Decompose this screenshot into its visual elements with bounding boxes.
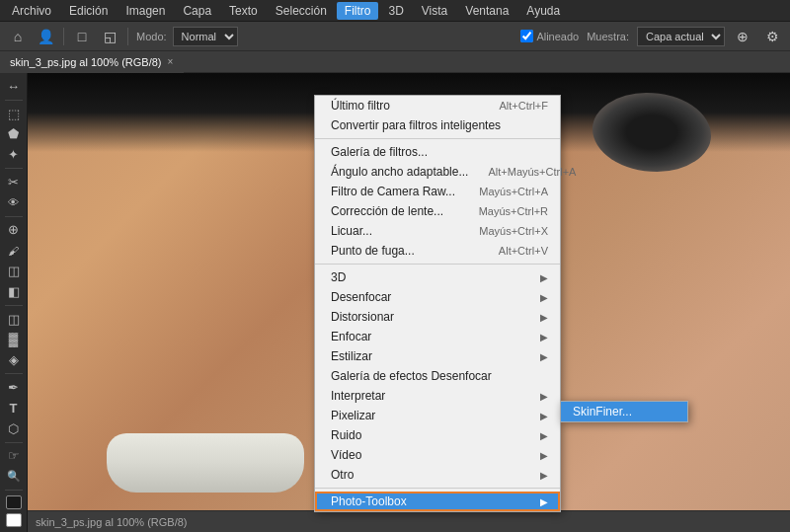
- menu-item-desenfocar[interactable]: Desenfocar ▶: [315, 287, 560, 307]
- menu-item-3d[interactable]: 3D ▶: [315, 267, 560, 287]
- aligned-checkbox[interactable]: [520, 30, 533, 42]
- tool-eraser[interactable]: ◫: [3, 310, 25, 329]
- tool-options-btn3[interactable]: □: [70, 25, 94, 48]
- menubar-item-capa[interactable]: Capa: [175, 2, 219, 20]
- menu-item-camera-raw[interactable]: Filtro de Camera Raw... Mayús+Ctrl+A: [315, 182, 560, 201]
- filter-dropdown-menu: Último filtro Alt+Ctrl+F Convertir para …: [314, 95, 561, 512]
- tool-divider-3: [5, 216, 23, 217]
- menu-label-distorsionar: Distorsionar: [331, 310, 394, 324]
- tool-divider-5: [5, 373, 23, 374]
- menubar-item-ventana[interactable]: Ventana: [457, 2, 516, 20]
- canvas-area: Último filtro Alt+Ctrl+F Convertir para …: [28, 73, 790, 532]
- menu-label-enfocar: Enfocar: [331, 330, 371, 343]
- menubar-item-imagen[interactable]: Imagen: [118, 2, 173, 20]
- tool-bg-color[interactable]: [6, 513, 22, 527]
- tool-text[interactable]: T: [3, 399, 25, 418]
- menu-label-photo-toolbox: Photo-Toolbox: [331, 494, 407, 508]
- sample-icon-btn[interactable]: ⊕: [731, 25, 754, 48]
- tool-options-btn4[interactable]: ◱: [98, 25, 121, 48]
- menu-label-ultimo-filtro: Último filtro: [331, 99, 390, 113]
- menu-label-licuar: Licuar...: [331, 224, 372, 238]
- tool-options-btn2[interactable]: 👤: [34, 25, 57, 48]
- tool-shape[interactable]: ⬡: [3, 419, 25, 438]
- menubar-item-edicion[interactable]: Edición: [61, 2, 116, 20]
- active-tab[interactable]: skin_3_ps.jpg al 100% (RGB/8) ×: [0, 51, 184, 73]
- tool-select-lasso[interactable]: ⬟: [3, 125, 25, 144]
- toolbar-divider-2: [127, 28, 128, 45]
- menubar: Archivo Edición Imagen Capa Texto Selecc…: [0, 0, 790, 22]
- menu-label-interpretar: Interpretar: [331, 389, 385, 403]
- tool-history-brush[interactable]: ◧: [3, 282, 25, 301]
- menu-item-punto-fuga[interactable]: Punto de fuga... Alt+Ctrl+V: [315, 241, 560, 261]
- tool-pen[interactable]: ✒: [3, 378, 25, 397]
- tool-healing[interactable]: ⊕: [3, 221, 25, 240]
- options-toolbar: ⌂ 👤 □ ◱ Modo: Normal Alineado Muestra: C…: [0, 22, 790, 51]
- tool-zoom[interactable]: 🔍: [3, 467, 25, 486]
- tool-brush[interactable]: 🖌: [3, 241, 25, 260]
- tool-eyedropper[interactable]: 👁: [3, 193, 25, 212]
- menubar-item-texto[interactable]: Texto: [221, 2, 266, 20]
- menu-item-video[interactable]: Vídeo ▶: [315, 445, 560, 465]
- menu-item-ruido[interactable]: Ruido ▶: [315, 425, 560, 445]
- menubar-item-filtro[interactable]: Filtro: [337, 2, 379, 20]
- menu-shortcut-camera-raw: Mayús+Ctrl+A: [479, 186, 548, 197]
- menu-label-pixelizar: Pixelizar: [331, 409, 375, 422]
- tool-hand[interactable]: ☞: [3, 446, 25, 465]
- tool-divider-2: [5, 168, 23, 169]
- tool-crop[interactable]: ✂: [3, 173, 25, 191]
- menubar-item-vista[interactable]: Vista: [414, 2, 455, 20]
- tool-gradient[interactable]: ▓: [3, 331, 25, 349]
- tool-magic-wand[interactable]: ✦: [3, 145, 25, 164]
- options-right: Alineado Muestra: Capa actual ⊕ ⚙: [520, 25, 784, 48]
- menu-label-angulo: Ángulo ancho adaptable...: [331, 165, 468, 179]
- dropdown-overlay[interactable]: Último filtro Alt+Ctrl+F Convertir para …: [28, 73, 790, 532]
- menu-item-galeria[interactable]: Galería de filtros...: [315, 142, 560, 162]
- menu-sep-3: [315, 488, 560, 489]
- sample-select[interactable]: Capa actual: [637, 27, 725, 46]
- menu-label-video: Vídeo: [331, 448, 361, 462]
- menu-arrow-distorsionar: ▶: [540, 312, 548, 323]
- sample-label: Muestra:: [587, 31, 629, 42]
- tool-options-btn1[interactable]: ⌂: [6, 25, 30, 48]
- aligned-checkbox-label[interactable]: Alineado: [520, 30, 579, 42]
- menu-arrow-pixelizar: ▶: [540, 411, 548, 421]
- menu-item-galeria-efectos[interactable]: Galería de efectos Desenfocar: [315, 366, 560, 386]
- submenu-item-skinfiner[interactable]: SkinFiner...: [561, 402, 687, 421]
- tool-select-rect[interactable]: ⬚: [3, 105, 25, 123]
- tool-divider-4: [5, 305, 23, 306]
- menu-item-photo-toolbox[interactable]: Photo-Toolbox ▶: [315, 492, 560, 511]
- menu-arrow-otro: ▶: [540, 470, 548, 481]
- menu-item-correccion[interactable]: Corrección de lente... Mayús+Ctrl+R: [315, 201, 560, 221]
- menu-item-estilizar[interactable]: Estilizar ▶: [315, 346, 560, 366]
- tool-fg-color[interactable]: [6, 495, 22, 509]
- menu-item-convertir[interactable]: Convertir para filtros inteligentes: [315, 115, 560, 135]
- tab-label: skin_3_ps.jpg al 100% (RGB/8): [10, 56, 161, 68]
- menu-shortcut-angulo: Alt+Mayús+Ctrl+A: [488, 166, 576, 178]
- tab-close-btn[interactable]: ×: [167, 56, 173, 67]
- menu-item-interpretar[interactable]: Interpretar ▶: [315, 386, 560, 406]
- menu-item-angulo[interactable]: Ángulo ancho adaptable... Alt+Mayús+Ctrl…: [315, 162, 560, 182]
- menubar-item-seleccion[interactable]: Selección: [268, 2, 335, 20]
- mode-label: Modo:: [136, 31, 167, 42]
- menu-label-camera-raw: Filtro de Camera Raw...: [331, 185, 455, 198]
- mode-select[interactable]: Normal: [173, 27, 238, 46]
- menu-item-ultimo-filtro[interactable]: Último filtro Alt+Ctrl+F: [315, 96, 560, 115]
- menu-item-pixelizar[interactable]: Pixelizar ▶: [315, 406, 560, 425]
- tool-divider-7: [5, 490, 23, 491]
- menu-label-estilizar: Estilizar: [331, 349, 372, 363]
- tool-clone[interactable]: ◫: [3, 262, 25, 280]
- menubar-item-3d[interactable]: 3D: [380, 2, 411, 20]
- menu-item-distorsionar[interactable]: Distorsionar ▶: [315, 307, 560, 327]
- tool-dodge[interactable]: ◈: [3, 350, 25, 369]
- tool-move[interactable]: ↔: [3, 77, 25, 96]
- menu-item-otro[interactable]: Otro ▶: [315, 465, 560, 485]
- menubar-item-archivo[interactable]: Archivo: [4, 2, 59, 20]
- menu-item-licuar[interactable]: Licuar... Mayús+Ctrl+X: [315, 221, 560, 241]
- settings-btn[interactable]: ⚙: [760, 25, 784, 48]
- menu-item-enfocar[interactable]: Enfocar ▶: [315, 327, 560, 346]
- menu-arrow-ruido: ▶: [540, 430, 548, 441]
- menubar-item-ayuda[interactable]: Ayuda: [518, 2, 568, 20]
- menu-label-desenfocar: Desenfocar: [331, 290, 391, 304]
- menu-arrow-3d: ▶: [540, 272, 548, 283]
- menu-arrow-photo-toolbox: ▶: [540, 496, 548, 507]
